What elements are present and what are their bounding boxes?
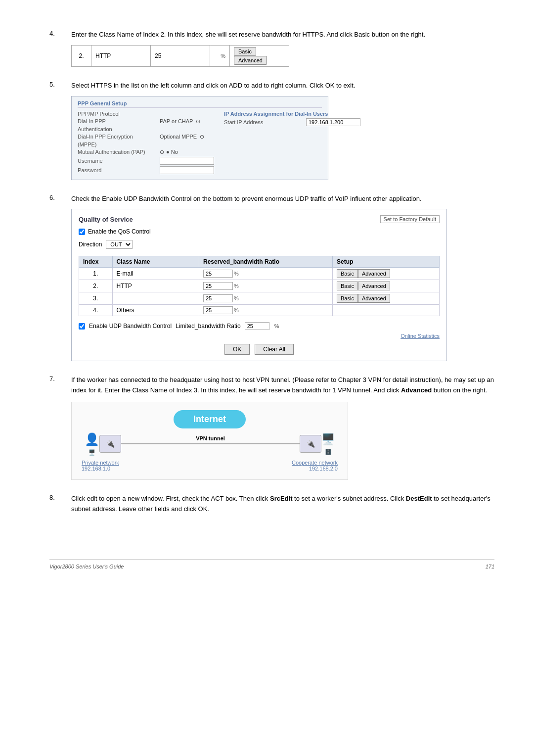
qos-basic-btn-2[interactable]: Basic [337, 294, 358, 303]
qos-advanced-btn-2[interactable]: Advanced [358, 294, 390, 303]
limited-label: Limited_bandwidth Ratio [176, 323, 240, 330]
ppp-left-col: PPP/MP Protocol Dial-In PPP PAP or CHAP … [78, 111, 214, 176]
ppp-encrypt-label: Dial-In PPP Encryption [78, 134, 157, 140]
vpn-tunnel-label: VPN tunnel [196, 435, 225, 441]
qos-ratio-2: % [199, 292, 333, 305]
ppp-mutual-radio: ⊙ ● No [160, 149, 178, 155]
step-6-text: Check the Enable UDP Bandwidth Control o… [71, 194, 494, 204]
qos-pct-1: % [234, 283, 239, 289]
qos-pct-2: % [234, 295, 239, 301]
ppp-username-input[interactable] [160, 157, 214, 165]
vpn-tunnel-section: 🔌 VPN tunnel 🔌 [99, 435, 321, 453]
s4-basic-btn[interactable]: Basic [234, 47, 256, 56]
qos-ratio-input-0[interactable] [203, 270, 233, 278]
ppp-startip-label: Start IP Address [224, 119, 303, 125]
limited-input[interactable] [245, 322, 269, 330]
s4-pct: % [210, 45, 230, 66]
qos-pct-3: % [234, 307, 239, 313]
vpn-router-right-icon: 🔌 [300, 435, 321, 453]
udp-checkbox[interactable] [79, 323, 85, 330]
qos-row-3: 4.Others% [79, 305, 440, 316]
qos-basic-btn-0[interactable]: Basic [337, 269, 358, 278]
qos-ratio-input-1[interactable] [203, 282, 233, 290]
step-7-content: If the worker has connected to the headq… [71, 375, 494, 480]
step-8-before: Click edit to open a new window. First, … [71, 495, 270, 502]
qos-pct-0: % [234, 271, 239, 277]
qos-row-1: 2.HTTP%BasicAdvanced [79, 280, 440, 292]
step-8-middle: to set a worker's subnet address. Click [293, 495, 406, 502]
qos-advanced-btn-0[interactable]: Advanced [358, 269, 390, 278]
step-number-6: 6. [49, 194, 63, 362]
step-8: 8. Click edit to open a new window. Firs… [49, 494, 494, 520]
qos-th-index: Index [79, 256, 113, 268]
qos-classname-3: Others [112, 305, 199, 316]
s4-class: HTTP [91, 45, 151, 66]
s4-advanced-btn[interactable]: Advanced [234, 56, 267, 65]
ppp-row-auth: Authentication [78, 126, 214, 132]
limited-pct: % [274, 323, 279, 329]
qos-idx-3: 4. [79, 305, 113, 316]
step-7-text-after: button on the right. [432, 386, 487, 394]
footer: Vigor2800 Series User's Guide 171 [49, 559, 494, 569]
vpn-left-labels: Private network 192.168.1.0 [82, 460, 119, 472]
qos-th-classname: Class Name [112, 256, 199, 268]
ppp-auth-label: Authentication [78, 126, 157, 132]
qos-ratio-input-3[interactable] [203, 306, 233, 314]
qos-ratio-1: % [199, 280, 333, 292]
ppp-ip-title: IP Address Assignment for Dial-In Users [224, 111, 328, 117]
vpn-router-left-icon: 🔌 [99, 435, 121, 453]
ppp-right-col: IP Address Assignment for Dial-In Users … [224, 111, 360, 176]
qos-box: Quality of Service Set to Factory Defaul… [71, 209, 447, 361]
ppp-encrypt-icon: ⊙ [200, 134, 204, 140]
step-8-text: Click edit to open a new window. First, … [71, 494, 494, 515]
qos-ratio-3: % [199, 305, 333, 316]
qos-idx-0: 1. [79, 268, 113, 280]
step-8-bold1: SrcEdit [270, 495, 293, 502]
ppp-row-protocol: PPP/MP Protocol [78, 111, 214, 117]
vpn-middle-row: 👤 🖥️ 🔌 VPN tunnel 🔌 🖥️ 🗄️ [80, 432, 340, 456]
online-stats-link[interactable]: Online Statistics [79, 333, 440, 339]
ppp-encrypt-value: Optional MPPE [160, 134, 197, 140]
vpn-left-side: 👤 🖥️ [85, 432, 99, 456]
step-8-bold2: DestEdit [406, 495, 432, 502]
footer-left: Vigor2800 Series User's Guide [49, 564, 124, 569]
vpn-diagram: Internet 👤 🖥️ 🔌 VPN tunnel 🔌 [71, 402, 348, 480]
step-5-content: Select HTTPS in the list on the left col… [71, 81, 494, 180]
vpn-labels-row: Private network 192.168.1.0 Cooperate ne… [80, 460, 340, 472]
qos-enable-checkbox[interactable] [79, 229, 85, 235]
qos-ratio-input-2[interactable] [203, 294, 233, 302]
vpn-left-person-icon: 👤 [85, 432, 99, 446]
footer-right: 171 [486, 564, 494, 569]
step-4: 4. Enter the Class Name of Index 2. In t… [49, 30, 494, 67]
qos-clear-btn[interactable]: Clear All [255, 344, 294, 355]
qos-action-row: OK Clear All [79, 344, 440, 355]
step-6-content: Check the Enable UDP Bandwidth Control o… [71, 194, 494, 362]
ppp-dialin-value: PAP or CHAP [160, 118, 193, 124]
step-number-5: 5. [49, 81, 63, 180]
ppp-mutual-label: Mutual Authentication (PAP) [78, 149, 157, 155]
s4-btn-cell: Basic Advanced [230, 45, 289, 66]
direction-label: Direction [79, 241, 102, 248]
qos-advanced-btn-1[interactable]: Advanced [358, 282, 390, 290]
direction-select[interactable]: OUT [106, 240, 133, 249]
qos-basic-btn-1[interactable]: Basic [337, 282, 358, 290]
ppp-dialin-label: Dial-In PPP [78, 118, 157, 124]
vpn-cloud-row: Internet [80, 410, 340, 428]
step-7: 7. If the worker has connected to the he… [49, 375, 494, 480]
qos-setup-3 [333, 305, 440, 316]
qos-ok-btn[interactable]: OK [224, 344, 250, 355]
udp-label: Enable UDP Bandwidth Control [89, 323, 172, 330]
ppp-password-label: Password [78, 167, 157, 173]
qos-setup-2: BasicAdvanced [333, 292, 440, 305]
qos-ratio-0: % [199, 268, 333, 280]
step-7-bold: Advanced [401, 386, 432, 394]
factory-default-link[interactable]: Set to Factory Default [380, 215, 440, 223]
s4-ratio: 25 [151, 45, 210, 66]
qos-th-ratio: Reserved_bandwidth Ratio [199, 256, 333, 268]
ppp-startip-input[interactable] [306, 118, 360, 126]
qos-row-0: 1.E-mail%BasicAdvanced [79, 268, 440, 280]
vpn-cooperate-label: Cooperate network [292, 460, 338, 466]
step-4-text: Enter the Class Name of Index 2. In this… [71, 30, 494, 40]
vpn-right-server-icon: 🖥️ [321, 433, 335, 446]
ppp-password-input[interactable] [160, 166, 214, 174]
